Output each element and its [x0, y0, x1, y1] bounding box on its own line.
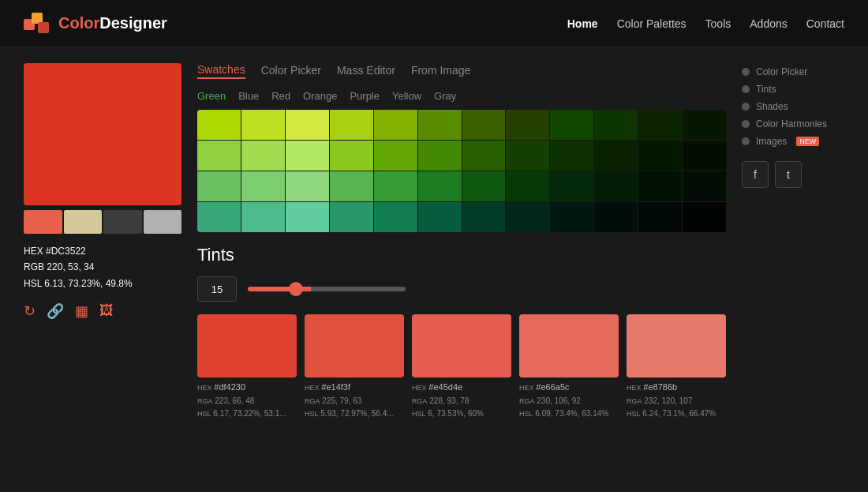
nav-links: HomeColor PalettesToolsAddonsContact: [567, 17, 844, 30]
swatch-cell[interactable]: [550, 141, 593, 171]
swatch-cell[interactable]: [550, 171, 593, 201]
swatch-cell[interactable]: [197, 202, 241, 232]
swatch-cell[interactable]: [286, 141, 329, 171]
swatch-cell[interactable]: [241, 202, 285, 232]
tints-control: [197, 276, 726, 302]
tint-color-box[interactable]: [197, 314, 297, 377]
tint-color-box[interactable]: [519, 314, 619, 377]
color-preview[interactable]: [24, 63, 181, 205]
swatch-cell[interactable]: [638, 202, 682, 232]
swatch-cell[interactable]: [374, 141, 417, 171]
sidebar-item-tints[interactable]: Tints: [742, 84, 844, 95]
swatch-cell[interactable]: [330, 171, 373, 201]
rgb-info: RGB 220, 53, 34: [24, 259, 181, 275]
cat-tab-red[interactable]: Red: [271, 90, 290, 102]
tints-count-input[interactable]: [197, 276, 237, 302]
nav-link-color-palettes[interactable]: Color Palettes: [617, 17, 687, 30]
swatch-cell[interactable]: [550, 202, 593, 232]
swatch-cell[interactable]: [683, 141, 726, 171]
swatch-cell[interactable]: [638, 141, 682, 171]
nav-link-contact[interactable]: Contact: [806, 17, 844, 30]
swatch-cell[interactable]: [418, 171, 462, 201]
swatch-cell[interactable]: [594, 110, 638, 140]
nav-link-tools[interactable]: Tools: [705, 17, 731, 30]
twitter-button[interactable]: t: [775, 161, 802, 188]
tint-color-box[interactable]: [412, 314, 511, 377]
swatch-cell[interactable]: [638, 110, 682, 140]
swatch-cell[interactable]: [374, 171, 417, 201]
tab-mass-editor[interactable]: Mass Editor: [337, 64, 395, 78]
tab-color-picker[interactable]: Color Picker: [261, 64, 321, 78]
hsl-info: HSL 6.13, 73.23%, 49.8%: [24, 276, 181, 291]
cat-tab-blue[interactable]: Blue: [238, 90, 259, 102]
swatch-cell[interactable]: [197, 110, 241, 140]
link-icon[interactable]: 🔗: [47, 302, 64, 320]
hsl-label: HSL: [24, 278, 42, 289]
swatch-cell[interactable]: [330, 141, 373, 171]
sidebar-item-images[interactable]: ImagesNEW: [742, 136, 844, 147]
tints-slider[interactable]: [248, 287, 406, 291]
sidebar-item-shades[interactable]: Shades: [742, 101, 844, 112]
tint-color-box[interactable]: [305, 314, 404, 377]
swatch-cell[interactable]: [550, 110, 593, 140]
swatch-cell[interactable]: [594, 141, 638, 171]
swatch-cell[interactable]: [286, 202, 329, 232]
tint-color-box[interactable]: [627, 314, 726, 377]
swatch-cell[interactable]: [374, 202, 417, 232]
sidebar-dot: [742, 120, 750, 128]
nav-link-addons[interactable]: Addons: [750, 17, 787, 30]
sidebar-item-color-harmonies[interactable]: Color Harmonies: [742, 118, 844, 130]
swatch-cell[interactable]: [241, 171, 285, 201]
swatch-cell[interactable]: [330, 202, 373, 232]
swatch-cell[interactable]: [638, 171, 682, 201]
swatch-gray[interactable]: [144, 210, 182, 234]
swatch-cell[interactable]: [197, 171, 241, 201]
swatch-cell[interactable]: [330, 110, 373, 140]
swatch-cell[interactable]: [286, 110, 329, 140]
tab-swatches[interactable]: Swatches: [197, 63, 245, 79]
swatch-cell[interactable]: [462, 171, 506, 201]
swatch-cell[interactable]: [374, 110, 417, 140]
cat-tab-gray[interactable]: Gray: [434, 90, 456, 102]
rgb-label: RGB: [24, 261, 44, 272]
swatch-cell[interactable]: [506, 171, 549, 201]
swatch-cell[interactable]: [506, 141, 549, 171]
cat-tab-purple[interactable]: Purple: [350, 90, 380, 102]
swatch-cell[interactable]: [594, 202, 638, 232]
main-content: HEX #DC3522 RGB 220, 53, 34 HSL 6.13, 73…: [0, 47, 868, 492]
swatch-cell[interactable]: [506, 110, 549, 140]
cat-tab-yellow[interactable]: Yellow: [392, 90, 421, 102]
swatch-cell[interactable]: [418, 202, 462, 232]
cat-tab-orange[interactable]: Orange: [303, 90, 337, 102]
tab-from-image[interactable]: From Image: [411, 64, 470, 78]
swatch-cell[interactable]: [286, 171, 329, 201]
swatch-cell[interactable]: [241, 141, 285, 171]
cat-tab-green[interactable]: Green: [197, 90, 226, 102]
swatch-cell[interactable]: [506, 202, 549, 232]
center-panel: SwatchesColor PickerMass EditorFrom Imag…: [197, 63, 726, 476]
refresh-icon[interactable]: ↻: [24, 302, 36, 320]
logo[interactable]: ColorDesigner: [24, 9, 167, 38]
category-tabs: GreenBlueRedOrangePurpleYellowGray: [197, 90, 726, 102]
facebook-button[interactable]: f: [742, 161, 769, 188]
swatch-cell[interactable]: [462, 141, 506, 171]
image-icon[interactable]: 🖼: [99, 302, 114, 320]
swatch-cell[interactable]: [683, 110, 726, 140]
swatch-cell[interactable]: [594, 171, 638, 201]
swatch-cell[interactable]: [197, 141, 241, 171]
nav-link-home[interactable]: Home: [567, 17, 598, 30]
sidebar-label: Color Harmonies: [756, 118, 827, 130]
swatch-red[interactable]: [24, 210, 62, 234]
swatch-cell[interactable]: [462, 202, 506, 232]
swatch-cell[interactable]: [683, 202, 726, 232]
sidebar-item-color-picker[interactable]: Color Picker: [742, 66, 844, 77]
swatch-cell[interactable]: [418, 141, 462, 171]
swatch-dark[interactable]: [103, 210, 142, 234]
swatch-tan[interactable]: [64, 210, 103, 234]
logo-icon: [24, 9, 52, 38]
swatch-cell[interactable]: [462, 110, 506, 140]
grid-icon[interactable]: ▦: [75, 302, 88, 320]
swatch-cell[interactable]: [683, 171, 726, 201]
swatch-cell[interactable]: [418, 110, 462, 140]
swatch-cell[interactable]: [241, 110, 285, 140]
